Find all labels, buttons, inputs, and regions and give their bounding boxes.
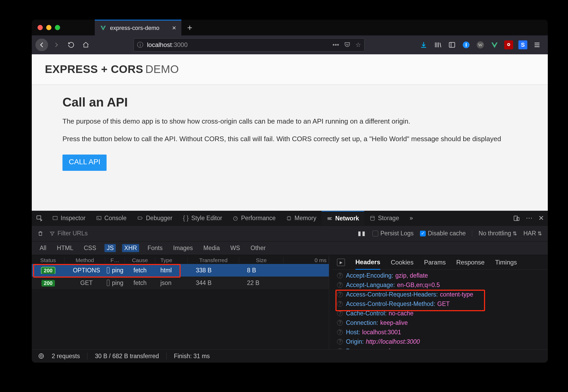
har-menu[interactable]: HAR ⇅ <box>523 230 542 237</box>
onepassword-icon[interactable] <box>462 40 471 49</box>
dtab-params[interactable]: Params <box>424 259 446 266</box>
devtools-kebab-icon[interactable]: ⋯ <box>526 214 533 222</box>
col-file[interactable]: F… <box>105 257 125 263</box>
close-tab-button[interactable]: × <box>172 24 176 32</box>
col-size[interactable]: Size <box>239 257 284 263</box>
tab-style-editor[interactable]: { }Style Editor <box>178 211 227 225</box>
url-bar[interactable]: ⓘ localhost:3000 ••• ☆ <box>134 38 365 51</box>
bookmark-icon[interactable]: ☆ <box>355 41 361 49</box>
minimize-window-button[interactable] <box>46 25 51 30</box>
back-button[interactable] <box>35 39 48 51</box>
tab-debugger[interactable]: Debugger <box>132 211 178 225</box>
throttling-select[interactable]: No throttling ⇅ <box>478 230 517 237</box>
col-cause[interactable]: Cause <box>125 257 155 263</box>
call-api-button[interactable]: CALL API <box>62 155 107 171</box>
filter-xhr[interactable]: XHR <box>122 244 139 252</box>
page-content: Call an API The purpose of this demo app… <box>32 84 548 171</box>
col-method[interactable]: Method <box>65 257 105 263</box>
filter-other[interactable]: Other <box>249 244 268 252</box>
help-icon[interactable]: ? <box>337 273 343 278</box>
tab-overflow[interactable]: » <box>404 211 418 225</box>
help-icon[interactable]: ? <box>337 310 343 316</box>
browser-tab[interactable]: express-cors-demo × <box>95 20 181 35</box>
filter-html[interactable]: HTML <box>55 244 76 252</box>
col-transferred[interactable]: Transferred <box>188 257 239 263</box>
network-status-bar: 2 requests 30 B / 682 B transferred Fini… <box>32 349 548 363</box>
col-waterfall[interactable]: 0 ms <box>284 257 329 263</box>
tab-console[interactable]: Console <box>91 211 132 225</box>
filter-js[interactable]: JS <box>104 244 116 252</box>
home-button[interactable] <box>80 39 92 51</box>
requests-table: Status Method F… Cause Type Transferred … <box>32 255 329 349</box>
status-badge: 200 <box>41 267 55 274</box>
devtools-picker-button[interactable] <box>32 211 47 225</box>
pause-button[interactable]: ▮▮ <box>358 230 366 237</box>
sidebar-toggle-icon[interactable] <box>448 40 456 49</box>
cell-file: ping <box>105 267 125 274</box>
table-header: Status Method F… Cause Type Transferred … <box>32 255 329 264</box>
header-row: ?Accept-Encoding: gzip, deflate <box>337 271 545 280</box>
devtools-panel: Inspector Console Debugger { }Style Edit… <box>32 211 548 363</box>
new-tab-button[interactable]: + <box>181 20 198 35</box>
vue-icon <box>100 25 106 31</box>
dtab-response[interactable]: Response <box>456 259 485 266</box>
page-actions-icon[interactable]: ••• <box>333 41 339 49</box>
app-menu-icon[interactable] <box>533 40 541 49</box>
help-icon[interactable]: ? <box>337 339 343 345</box>
tab-storage[interactable]: Storage <box>364 211 404 225</box>
devtools-close-icon[interactable]: ✕ <box>538 214 544 222</box>
help-icon[interactable]: ? <box>337 329 343 335</box>
responsive-mode-icon[interactable] <box>513 215 520 222</box>
col-status[interactable]: Status <box>32 257 65 263</box>
site-info-icon[interactable]: ⓘ <box>137 41 143 49</box>
stylus-icon[interactable]: S <box>518 40 527 49</box>
raw-toggle-icon[interactable]: ▶ <box>337 259 345 266</box>
wikipedia-icon[interactable]: W <box>476 40 485 49</box>
ublock-icon[interactable] <box>504 40 513 49</box>
vue-devtools-icon[interactable] <box>490 40 499 49</box>
table-row[interactable]: 200 OPTIONS ping fetch html 338 B 8 B <box>32 264 329 277</box>
disable-cache-toggle[interactable]: ✓Disable cache <box>420 230 466 237</box>
perf-analysis-icon[interactable] <box>38 353 44 359</box>
svg-point-12 <box>371 216 375 218</box>
section-heading: Call an API <box>62 95 518 109</box>
table-row[interactable]: 200 GET ping fetch json 344 B 22 B <box>32 277 329 289</box>
header-row: ?Origin: http://localhost:3000 <box>337 337 545 346</box>
filter-css[interactable]: CSS <box>82 244 98 252</box>
help-icon[interactable]: ? <box>337 292 343 297</box>
persist-logs-toggle[interactable]: Persist Logs <box>372 230 414 237</box>
dtab-cookies[interactable]: Cookies <box>391 259 414 266</box>
filter-all[interactable]: All <box>38 244 49 252</box>
tab-inspector[interactable]: Inspector <box>47 211 91 225</box>
page-viewport: EXPRESS + CORSDEMO Call an API The purpo… <box>32 54 548 211</box>
finish-time: Finish: 31 ms <box>174 353 210 360</box>
pocket-icon[interactable] <box>344 41 351 49</box>
tab-network[interactable]: Network <box>322 211 364 225</box>
filter-images[interactable]: Images <box>171 244 195 252</box>
forward-button[interactable] <box>50 39 63 51</box>
filter-urls-input[interactable]: Filter URLs <box>50 230 88 237</box>
dtab-timings[interactable]: Timings <box>495 259 517 266</box>
cell-method: GET <box>65 279 105 287</box>
filter-media[interactable]: Media <box>201 244 222 252</box>
clear-button[interactable] <box>38 230 43 237</box>
type-filter-bar: All HTML CSS JS XHR Fonts Images Media W… <box>32 241 548 255</box>
close-window-button[interactable] <box>38 25 43 30</box>
download-icon[interactable] <box>419 40 428 49</box>
maximize-window-button[interactable] <box>55 25 60 30</box>
svg-rect-8 <box>53 216 57 220</box>
help-icon[interactable]: ? <box>337 282 343 288</box>
help-icon[interactable]: ? <box>337 320 343 326</box>
library-icon[interactable] <box>433 40 442 49</box>
dtab-headers[interactable]: Headers <box>355 258 380 270</box>
reload-button[interactable] <box>65 39 77 51</box>
url-host: localhost:3000 <box>147 41 188 49</box>
filter-ws[interactable]: WS <box>228 244 242 252</box>
tab-memory[interactable]: Memory <box>281 211 322 225</box>
tab-performance[interactable]: Performance <box>227 211 281 225</box>
svg-text:W: W <box>478 42 483 47</box>
cell-transferred: 344 B <box>188 279 239 287</box>
help-icon[interactable]: ? <box>337 301 343 307</box>
filter-fonts[interactable]: Fonts <box>145 244 165 252</box>
col-type[interactable]: Type <box>155 257 188 263</box>
